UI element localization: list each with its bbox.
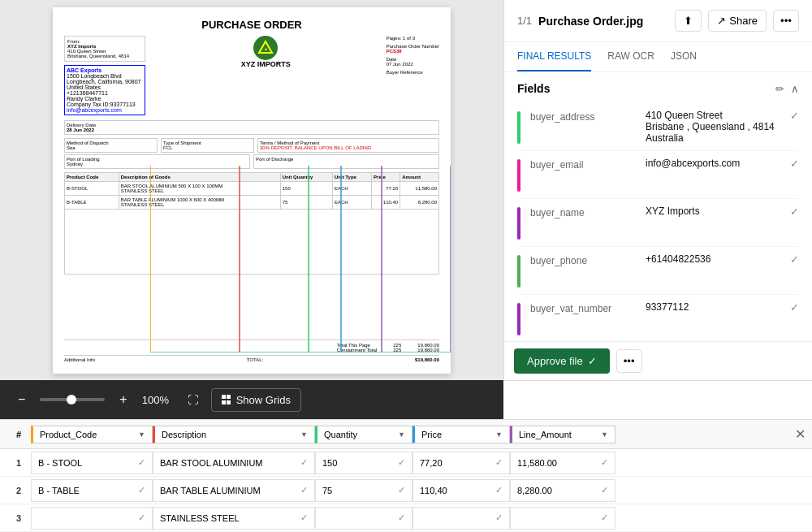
cell-check-1-price[interactable]: ✓ [495, 457, 503, 468]
col-header-quantity[interactable]: Quantity ▼ [315, 426, 412, 443]
po-items-table: Product Code Description of Goods Unit Q… [64, 172, 439, 275]
po-supplier-box: ABC Exports 1500 Longbeach Blvd Longbeac… [64, 65, 145, 115]
cell-check-1-desc[interactable]: ✓ [300, 457, 308, 468]
po-logo: ✦ [253, 36, 278, 60]
cell-product-1[interactable]: B - STOOL ✓ [31, 452, 153, 474]
po-from-address: From: XYZ Imports 410 Queen Street Brisb… [64, 36, 145, 62]
field-indicator-buyer-phone [517, 255, 520, 288]
chevron-down-icon: ▼ [138, 430, 145, 439]
right-header: 1/1 Purchase Order.jpg ⬆ ↗ Share ••• [504, 0, 812, 42]
cell-check-3-desc[interactable]: ✓ [300, 513, 308, 523]
po-port-section: Port of Loading Sydney Port of Discharge [64, 154, 439, 169]
tab-final-results[interactable]: FINAL RESULTS [517, 42, 591, 71]
tab-json[interactable]: JSON [671, 42, 697, 71]
approve-area: Approve file ✓ ••• [504, 341, 812, 380]
upload-icon: ⬆ [684, 15, 693, 27]
field-check-buyer-address[interactable]: ✓ [790, 110, 799, 122]
cell-check-1-product[interactable]: ✓ [138, 457, 145, 468]
field-row-buyer-vat: buyer_vat_number 93377112 ✓ [517, 295, 799, 341]
cell-product-3[interactable]: ✓ [31, 507, 153, 530]
table-row: 3 ✓ STAINLESS STEEL ✓ ✓ ✓ ✓ [0, 504, 812, 532]
field-check-buyer-name[interactable]: ✓ [790, 205, 799, 218]
tab-raw-ocr[interactable]: RAW OCR [607, 42, 654, 71]
data-table-header: # Product_Code ▼ Description ▼ Quantity … [0, 420, 812, 449]
field-check-buyer-vat[interactable]: ✓ [790, 301, 799, 314]
header-more-button[interactable]: ••• [773, 10, 799, 32]
cell-check-2-price[interactable]: ✓ [495, 485, 503, 495]
cell-desc-3[interactable]: STAINLESS STEEL ✓ [153, 507, 315, 530]
col-header-line-amount[interactable]: Line_Amount ▼ [510, 426, 615, 443]
field-value-buyer-address: 410 Queen StreetBrisbane , Queensland , … [646, 110, 780, 144]
cell-check-3-product[interactable]: ✓ [138, 513, 145, 523]
cell-check-1-qty[interactable]: ✓ [398, 457, 405, 468]
cell-desc-2[interactable]: BAR TABLE ALUMINIUM ✓ [153, 479, 315, 502]
po-from-section: From: XYZ Imports 410 Queen Street Brisb… [64, 36, 145, 117]
field-value-buyer-phone: +61404822536 [646, 253, 780, 265]
table-row: 2 B - TABLE ✓ BAR TABLE ALUMINIUM ✓ 75 ✓… [0, 477, 812, 504]
cell-qty-3[interactable]: ✓ [315, 507, 412, 530]
cell-amount-1[interactable]: 11,580.00 ✓ [510, 452, 615, 474]
upload-button[interactable]: ⬆ [675, 10, 702, 32]
field-check-buyer-email[interactable]: ✓ [790, 158, 799, 170]
field-indicator-buyer-name [517, 207, 520, 240]
cell-check-3-qty[interactable]: ✓ [398, 513, 405, 523]
cell-amount-3[interactable]: ✓ [510, 507, 615, 530]
cell-check-1-amount[interactable]: ✓ [601, 457, 608, 468]
col-header-product-code[interactable]: Product_Code ▼ [31, 426, 153, 443]
cell-qty-2[interactable]: 75 ✓ [315, 479, 412, 502]
cell-check-2-amount[interactable]: ✓ [601, 485, 608, 495]
field-name-buyer-vat: buyer_vat_number [530, 301, 636, 314]
toolbar-row: − + 100% ⛶ Show Grids [0, 380, 812, 419]
cell-check-2-desc[interactable]: ✓ [300, 485, 308, 495]
right-panel: 1/1 Purchase Order.jpg ⬆ ↗ Share ••• FIN… [503, 0, 812, 380]
field-row-buyer-phone: buyer_phone +61404822536 ✓ [517, 247, 799, 295]
po-row-2: B-TABLE BAR TABLE ALUMINIUM 1000 X 600 X… [65, 195, 439, 209]
fields-edit-button[interactable]: ✏ [775, 83, 784, 95]
cell-price-2[interactable]: 110,40 ✓ [412, 479, 510, 502]
chevron-down-icon-3: ▼ [398, 430, 405, 439]
cell-check-2-product[interactable]: ✓ [138, 485, 145, 495]
approve-file-button[interactable]: Approve file ✓ [514, 348, 610, 374]
zoom-in-button[interactable]: + [114, 391, 132, 409]
zoom-out-button[interactable]: − [13, 391, 30, 409]
zoom-slider[interactable] [40, 398, 105, 401]
table-row: 1 B - STOOL ✓ BAR STOOL ALUMINIUM ✓ 150 … [0, 449, 812, 477]
col-header-price[interactable]: Price ▼ [412, 426, 510, 443]
cell-price-3[interactable]: ✓ [412, 507, 510, 530]
po-center-section: ✦ XYZ IMPORTS [241, 36, 291, 68]
cell-product-2[interactable]: B - TABLE ✓ [31, 479, 153, 502]
document-viewport[interactable]: PURCHASE ORDER From: XYZ Imports 410 Que… [0, 0, 503, 380]
grid-icon [222, 395, 231, 404]
cell-check-3-amount[interactable]: ✓ [601, 513, 608, 523]
close-table-button[interactable]: ✕ [795, 426, 806, 442]
cell-price-1[interactable]: 77,20 ✓ [412, 452, 510, 474]
po-title: PURCHASE ORDER [64, 19, 439, 31]
po-shipping-section: Method of Dispatch Sea Type of Shipment … [64, 138, 439, 153]
document-page: PURCHASE ORDER From: XYZ Imports 410 Que… [53, 7, 451, 374]
show-grids-label: Show Grids [236, 394, 291, 406]
cell-amount-2[interactable]: 8,280.00 ✓ [510, 479, 615, 502]
share-button[interactable]: ↗ Share [708, 10, 767, 32]
approve-more-button[interactable]: ••• [616, 349, 642, 373]
po-delivery-section: Delivery Date 28 Jun 2022 [64, 120, 439, 135]
zoom-value: 100% [142, 394, 175, 406]
approve-check-icon: ✓ [588, 355, 597, 367]
field-name-buyer-address: buyer_address [530, 110, 636, 123]
cell-qty-1[interactable]: 150 ✓ [315, 452, 412, 474]
field-name-buyer-email: buyer_email [530, 158, 636, 171]
po-company-name: XYZ IMPORTS [241, 60, 291, 68]
fields-collapse-button[interactable]: ∧ [791, 83, 799, 95]
fullscreen-button[interactable]: ⛶ [184, 391, 201, 409]
show-grids-button[interactable]: Show Grids [211, 388, 301, 412]
field-indicator-buyer-vat [517, 303, 520, 335]
field-check-buyer-phone[interactable]: ✓ [790, 253, 799, 266]
cell-check-3-price[interactable]: ✓ [495, 513, 503, 523]
col-header-description[interactable]: Description ▼ [153, 426, 315, 443]
fields-label: Fields [517, 82, 550, 95]
cell-desc-1[interactable]: BAR STOOL ALUMINIUM ✓ [153, 452, 315, 474]
svg-text:✦: ✦ [264, 47, 268, 52]
field-name-buyer-name: buyer_name [530, 205, 636, 218]
col-num-header: # [6, 430, 31, 439]
po-totals: Total This Page Consignment Total 225 22… [64, 340, 439, 353]
cell-check-2-qty[interactable]: ✓ [398, 485, 405, 495]
